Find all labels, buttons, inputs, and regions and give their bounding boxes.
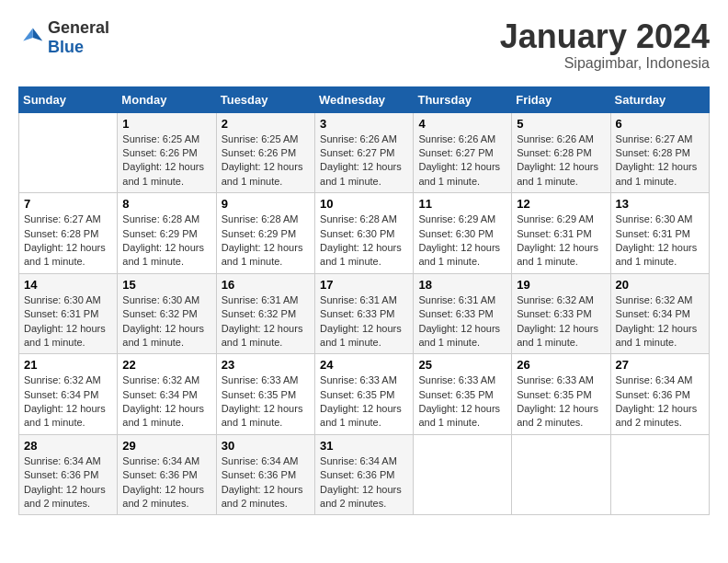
- title-block: January 2024 Sipagimbar, Indonesia: [500, 18, 710, 72]
- calendar-body: 1Sunrise: 6:25 AMSunset: 6:26 PMDaylight…: [19, 112, 710, 515]
- day-info: Sunrise: 6:28 AMSunset: 6:29 PMDaylight:…: [122, 213, 210, 270]
- day-number: 7: [24, 197, 112, 211]
- calendar-cell: 8Sunrise: 6:28 AMSunset: 6:29 PMDaylight…: [118, 193, 216, 274]
- day-number: 6: [616, 117, 704, 131]
- calendar-cell: 10Sunrise: 6:28 AMSunset: 6:30 PMDayligh…: [315, 193, 414, 274]
- calendar-cell: 22Sunrise: 6:32 AMSunset: 6:34 PMDayligh…: [118, 354, 216, 435]
- calendar-cell: 25Sunrise: 6:33 AMSunset: 6:35 PMDayligh…: [414, 354, 512, 435]
- calendar-cell: 1Sunrise: 6:25 AMSunset: 6:26 PMDaylight…: [118, 112, 216, 193]
- day-number: 9: [222, 197, 310, 211]
- calendar-cell: 7Sunrise: 6:27 AMSunset: 6:28 PMDaylight…: [19, 193, 118, 274]
- day-number: 22: [122, 358, 210, 372]
- svg-marker-1: [23, 29, 33, 41]
- day-header-friday: Friday: [512, 86, 610, 112]
- day-info: Sunrise: 6:26 AMSunset: 6:27 PMDaylight:…: [320, 132, 408, 190]
- day-number: 3: [320, 117, 408, 131]
- day-header-thursday: Thursday: [414, 86, 512, 112]
- day-number: 1: [122, 117, 210, 131]
- calendar-cell: [19, 112, 118, 193]
- logo-text: General Blue: [48, 18, 109, 57]
- calendar-week-row: 14Sunrise: 6:30 AMSunset: 6:31 PMDayligh…: [19, 273, 710, 354]
- day-info: Sunrise: 6:26 AMSunset: 6:27 PMDaylight:…: [418, 132, 506, 190]
- day-info: Sunrise: 6:33 AMSunset: 6:35 PMDaylight:…: [517, 373, 605, 431]
- day-info: Sunrise: 6:28 AMSunset: 6:30 PMDaylight:…: [320, 213, 408, 270]
- calendar-cell: 13Sunrise: 6:30 AMSunset: 6:31 PMDayligh…: [610, 193, 709, 274]
- logo-blue: Blue: [48, 38, 84, 56]
- day-header-saturday: Saturday: [610, 86, 709, 112]
- day-info: Sunrise: 6:25 AMSunset: 6:26 PMDaylight:…: [122, 132, 210, 190]
- calendar-cell: 16Sunrise: 6:31 AMSunset: 6:32 PMDayligh…: [216, 273, 314, 354]
- calendar-cell: 26Sunrise: 6:33 AMSunset: 6:35 PMDayligh…: [512, 354, 610, 435]
- day-info: Sunrise: 6:26 AMSunset: 6:28 PMDaylight:…: [517, 132, 605, 190]
- day-info: Sunrise: 6:34 AMSunset: 6:36 PMDaylight:…: [222, 454, 310, 511]
- day-number: 15: [122, 278, 210, 292]
- day-info: Sunrise: 6:34 AMSunset: 6:36 PMDaylight:…: [320, 454, 408, 511]
- day-header-wednesday: Wednesday: [315, 86, 414, 112]
- calendar-cell: 31Sunrise: 6:34 AMSunset: 6:36 PMDayligh…: [315, 434, 414, 515]
- day-number: 5: [517, 117, 605, 131]
- day-info: Sunrise: 6:30 AMSunset: 6:32 PMDaylight:…: [122, 293, 210, 350]
- calendar-cell: [414, 434, 512, 515]
- calendar-cell: 23Sunrise: 6:33 AMSunset: 6:35 PMDayligh…: [216, 354, 314, 435]
- day-number: 8: [122, 197, 210, 211]
- day-number: 31: [320, 439, 408, 453]
- day-info: Sunrise: 6:32 AMSunset: 6:34 PMDaylight:…: [122, 373, 210, 431]
- calendar-cell: 29Sunrise: 6:34 AMSunset: 6:36 PMDayligh…: [118, 434, 216, 515]
- day-info: Sunrise: 6:30 AMSunset: 6:31 PMDaylight:…: [616, 213, 704, 270]
- calendar-cell: [512, 434, 610, 515]
- calendar-cell: 6Sunrise: 6:27 AMSunset: 6:28 PMDaylight…: [610, 112, 709, 193]
- day-number: 4: [418, 117, 506, 131]
- calendar-cell: 9Sunrise: 6:28 AMSunset: 6:29 PMDaylight…: [216, 193, 314, 274]
- calendar-cell: 11Sunrise: 6:29 AMSunset: 6:30 PMDayligh…: [414, 193, 512, 274]
- day-number: 16: [222, 278, 310, 292]
- day-number: 24: [320, 358, 408, 372]
- day-header-sunday: Sunday: [19, 86, 118, 112]
- day-number: 25: [418, 358, 506, 372]
- calendar-cell: 5Sunrise: 6:26 AMSunset: 6:28 PMDaylight…: [512, 112, 610, 193]
- day-number: 14: [24, 278, 112, 292]
- calendar-cell: 19Sunrise: 6:32 AMSunset: 6:33 PMDayligh…: [512, 273, 610, 354]
- day-info: Sunrise: 6:32 AMSunset: 6:34 PMDaylight:…: [24, 373, 112, 431]
- location-subtitle: Sipagimbar, Indonesia: [500, 55, 710, 72]
- calendar-cell: 4Sunrise: 6:26 AMSunset: 6:27 PMDaylight…: [414, 112, 512, 193]
- day-number: 2: [222, 117, 310, 131]
- day-info: Sunrise: 6:34 AMSunset: 6:36 PMDaylight:…: [122, 454, 210, 511]
- day-info: Sunrise: 6:32 AMSunset: 6:34 PMDaylight:…: [616, 293, 704, 350]
- day-info: Sunrise: 6:31 AMSunset: 6:33 PMDaylight:…: [320, 293, 408, 350]
- day-info: Sunrise: 6:34 AMSunset: 6:36 PMDaylight:…: [616, 373, 704, 431]
- calendar-week-row: 1Sunrise: 6:25 AMSunset: 6:26 PMDaylight…: [19, 112, 710, 193]
- day-number: 20: [616, 278, 704, 292]
- day-info: Sunrise: 6:33 AMSunset: 6:35 PMDaylight:…: [418, 373, 506, 431]
- calendar-cell: 21Sunrise: 6:32 AMSunset: 6:34 PMDayligh…: [19, 354, 118, 435]
- calendar-cell: 30Sunrise: 6:34 AMSunset: 6:36 PMDayligh…: [216, 434, 314, 515]
- day-header-tuesday: Tuesday: [216, 86, 314, 112]
- calendar-header-row: SundayMondayTuesdayWednesdayThursdayFrid…: [19, 86, 710, 112]
- day-info: Sunrise: 6:30 AMSunset: 6:31 PMDaylight:…: [24, 293, 112, 350]
- day-header-monday: Monday: [118, 86, 216, 112]
- calendar-week-row: 28Sunrise: 6:34 AMSunset: 6:36 PMDayligh…: [19, 434, 710, 515]
- calendar-cell: 18Sunrise: 6:31 AMSunset: 6:33 PMDayligh…: [414, 273, 512, 354]
- calendar-week-row: 7Sunrise: 6:27 AMSunset: 6:28 PMDaylight…: [19, 193, 710, 274]
- day-info: Sunrise: 6:31 AMSunset: 6:32 PMDaylight:…: [222, 293, 310, 350]
- day-info: Sunrise: 6:32 AMSunset: 6:33 PMDaylight:…: [517, 293, 605, 350]
- day-info: Sunrise: 6:27 AMSunset: 6:28 PMDaylight:…: [616, 132, 704, 190]
- day-info: Sunrise: 6:25 AMSunset: 6:26 PMDaylight:…: [222, 132, 310, 190]
- day-number: 11: [418, 197, 506, 211]
- day-number: 17: [320, 278, 408, 292]
- day-number: 26: [517, 358, 605, 372]
- logo-icon: [18, 25, 44, 51]
- day-info: Sunrise: 6:33 AMSunset: 6:35 PMDaylight:…: [320, 373, 408, 431]
- day-number: 21: [24, 358, 112, 372]
- day-number: 12: [517, 197, 605, 211]
- day-number: 29: [122, 439, 210, 453]
- month-year-title: January 2024: [500, 18, 710, 55]
- day-info: Sunrise: 6:28 AMSunset: 6:29 PMDaylight:…: [222, 213, 310, 270]
- day-info: Sunrise: 6:29 AMSunset: 6:30 PMDaylight:…: [418, 213, 506, 270]
- day-number: 19: [517, 278, 605, 292]
- page-header: General Blue January 2024 Sipagimbar, In…: [18, 18, 710, 72]
- logo: General Blue: [18, 18, 109, 57]
- day-info: Sunrise: 6:31 AMSunset: 6:33 PMDaylight:…: [418, 293, 506, 350]
- day-info: Sunrise: 6:33 AMSunset: 6:35 PMDaylight:…: [222, 373, 310, 431]
- calendar-cell: 20Sunrise: 6:32 AMSunset: 6:34 PMDayligh…: [610, 273, 709, 354]
- svg-marker-0: [33, 29, 43, 41]
